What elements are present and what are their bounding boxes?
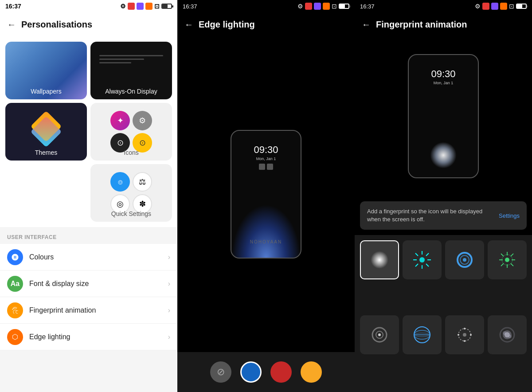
icon-preview-pink: ✦: [110, 111, 130, 130]
anim-item-8[interactable]: [488, 315, 527, 354]
none-icon: ⊘: [217, 366, 225, 378]
icon-preview-gray: ⚙: [133, 111, 152, 130]
color-red[interactable]: [270, 361, 292, 383]
fingerprint-preview-container: 09:30 Mon, Jan 1: [355, 36, 532, 196]
lines-wave-icon: [411, 324, 433, 345]
anim-thumb-6: [403, 315, 442, 354]
svg-line-20: [501, 263, 504, 266]
anim-item-2[interactable]: [403, 240, 442, 279]
svg-line-5: [415, 253, 418, 256]
burst-green-icon: [497, 249, 518, 270]
colours-label: Colours: [29, 253, 168, 261]
edge-label: Edge lighting: [29, 333, 168, 341]
notif-icon-1: [128, 3, 135, 10]
aod-label: Always-On Display: [90, 88, 172, 95]
menu-item-colours[interactable]: Colours ›: [0, 244, 177, 270]
screenshot-icon-2: ⊡: [332, 3, 337, 10]
font-arrow: ›: [168, 280, 170, 288]
grid-item-quicksettings[interactable]: ⌾ ⚖ ◎ ✽ Quick Settings: [90, 164, 172, 222]
anim-thumb-2: [403, 240, 442, 279]
anim-item-1[interactable]: [360, 240, 399, 279]
grid-section: Wallpapers Always-On Display Themes ✦: [0, 36, 177, 227]
anim-thumb-3: [445, 240, 484, 279]
fp-screen-content: 09:30 Mon, Jan 1: [426, 55, 460, 90]
grid-item-themes[interactable]: Themes: [5, 103, 87, 161]
edge-icon: ⬡: [7, 329, 23, 345]
phone-screen-content: 09:30 Mon, Jan 1: [231, 131, 301, 174]
battery-icon-1: [161, 4, 172, 9]
anim-item-6[interactable]: [403, 315, 442, 354]
notif-icon-3-2: [491, 3, 498, 10]
anim-thumb-7: [445, 315, 484, 354]
settings-icon-2: ⚙: [297, 3, 303, 10]
anim-thumb-1: [361, 241, 398, 278]
color-gold[interactable]: [301, 361, 322, 383]
color-none[interactable]: ⊘: [210, 361, 231, 383]
notif-icon-2: [137, 3, 144, 10]
anim-thumb-4: [488, 240, 527, 279]
status-time-3: 16:37: [360, 3, 375, 10]
status-icons-2: ⚙ ⊡: [297, 3, 349, 10]
anim-thumb-8: [488, 315, 527, 354]
settings-link[interactable]: Settings: [499, 212, 520, 219]
svg-point-38: [503, 331, 506, 335]
page-title-3: Fingerprint animation: [376, 20, 467, 30]
svg-point-31: [464, 340, 466, 342]
phone-time-1: 09:30: [254, 144, 278, 156]
back-button-3[interactable]: ←: [362, 20, 371, 30]
svg-point-12: [505, 258, 509, 262]
ring-gray-icon: [369, 324, 390, 345]
menu-item-fingerprint[interactable]: Fingerprint animation ›: [0, 297, 177, 324]
wallpapers-label: Wallpapers: [5, 88, 87, 95]
svg-point-34: [463, 333, 466, 337]
grid-item-aod[interactable]: Always-On Display: [90, 42, 172, 99]
color-blue[interactable]: [240, 361, 262, 383]
grid-item-icons[interactable]: ✦ ⚙ ⊙ ⊙ Icons: [90, 103, 172, 161]
svg-line-6: [426, 264, 429, 267]
status-icons-1: ⚙ ⊡: [120, 3, 172, 10]
grid-item-wallpapers[interactable]: Wallpapers: [5, 42, 87, 99]
svg-line-17: [501, 254, 504, 256]
menu-item-font[interactable]: Aa Font & display size ›: [0, 270, 177, 297]
watermark-1: NOHOYAAN: [231, 239, 301, 244]
menu-item-edge[interactable]: ⬡ Edge lighting ›: [0, 324, 177, 350]
svg-line-19: [511, 254, 513, 256]
svg-point-39: [508, 335, 512, 338]
status-time-2: 16:37: [183, 3, 197, 10]
animation-grid: [355, 235, 532, 392]
status-bar-2: 16:37 ⚙ ⊡: [177, 0, 355, 12]
anim-item-4[interactable]: [488, 240, 527, 279]
fingerprint-icon: [7, 302, 23, 318]
phone-mockup-edge: 09:30 Mon, Jan 1 NOHOYAAN: [231, 130, 301, 259]
icons-label: Icons: [90, 149, 172, 156]
fp-glow-effect: [430, 142, 457, 169]
edge-glow-effect: [231, 204, 301, 258]
svg-point-30: [464, 328, 466, 329]
qs-icon-equalizer: ⚖: [133, 172, 152, 192]
notif-icon-phone-1: [259, 164, 265, 170]
anim-item-5[interactable]: [360, 315, 399, 354]
svg-point-24: [378, 333, 381, 336]
svg-point-33: [470, 334, 472, 336]
screenshot-icon: ⊡: [154, 3, 160, 10]
svg-point-11: [463, 258, 466, 262]
anim-item-7[interactable]: [445, 315, 484, 354]
screenshot-icon-3: ⊡: [509, 3, 514, 10]
notif-icon-3: [145, 3, 153, 10]
notif-icon-2-2: [314, 3, 321, 10]
qs-icon-wifi: ⌾: [110, 172, 130, 192]
back-button-2[interactable]: ←: [184, 20, 193, 30]
glow-white-icon: [371, 251, 388, 269]
aod-preview: [90, 42, 172, 63]
page-title-1: Personalisations: [21, 20, 92, 30]
font-icon: Aa: [7, 276, 23, 292]
svg-point-32: [458, 334, 459, 336]
font-label: Font & display size: [29, 280, 168, 288]
status-bar-1: 16:37 ⚙ ⊡: [0, 0, 177, 12]
section-label-ui: USER INTERFACE: [0, 227, 177, 244]
back-button-1[interactable]: ←: [7, 20, 16, 30]
page-title-2: Edge lighting: [199, 20, 255, 30]
anim-item-3[interactable]: [445, 240, 484, 279]
notif-icon-3-1: [482, 3, 489, 10]
ring-blue-icon: [454, 249, 475, 270]
